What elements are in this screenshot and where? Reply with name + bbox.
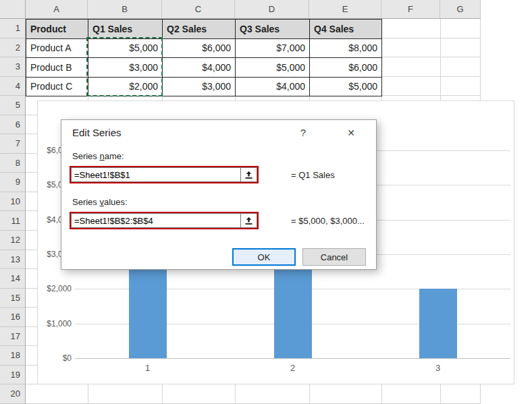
row-headers: 1 2 3 4 5 6 7 8 9 10 11 12 13 14 15 16 1…	[0, 19, 26, 404]
row-header[interactable]: 11	[0, 212, 25, 231]
column-header-g[interactable]: G	[440, 0, 481, 18]
table-cell[interactable]: $4,000	[236, 78, 310, 97]
x-axis-line	[75, 358, 510, 359]
row-header[interactable]: 18	[0, 346, 25, 366]
table-header-cell[interactable]: Q4 Sales	[310, 20, 382, 39]
row-header[interactable]: 7	[0, 134, 25, 154]
chart-x-axis-labels: 1 2 3	[75, 363, 510, 376]
y-axis-tick: $2,000	[39, 284, 72, 293]
series-values-label: Series values:	[72, 197, 128, 207]
row-header[interactable]: 14	[0, 269, 25, 289]
label-text: alues:	[104, 197, 128, 207]
row-header[interactable]: 1	[0, 19, 25, 38]
dialog-title: Edit Series	[72, 127, 122, 138]
select-all-corner[interactable]	[0, 0, 26, 19]
row-header[interactable]: 12	[0, 231, 25, 250]
row-header[interactable]: 5	[0, 96, 25, 115]
column-header-b[interactable]: B	[88, 0, 162, 18]
table-cell[interactable]: $3,000	[88, 58, 163, 78]
table-cell[interactable]: $5,000	[310, 78, 382, 97]
column-header-d[interactable]: D	[235, 0, 309, 18]
row-header[interactable]: 10	[0, 192, 25, 212]
table-cell[interactable]: $7,000	[236, 39, 310, 59]
column-header-c[interactable]: C	[162, 0, 235, 18]
row-header[interactable]: 2	[0, 38, 25, 58]
table-cell[interactable]: $6,000	[163, 39, 236, 59]
column-header-a[interactable]: A	[26, 0, 88, 18]
table-cell[interactable]: $5,000	[236, 58, 310, 78]
row-header[interactable]: 9	[0, 173, 25, 192]
table-header-cell[interactable]: Q2 Sales	[163, 20, 236, 39]
label-accesskey: n	[99, 151, 104, 161]
series-values-input[interactable]	[71, 213, 241, 228]
table-cell[interactable]: $2,000	[88, 78, 163, 97]
annotation-red-box	[70, 166, 259, 183]
data-table: Product Q1 Sales Q2 Sales Q3 Sales Q4 Sa…	[26, 19, 382, 96]
table-cell[interactable]: $6,000	[310, 58, 382, 78]
series-values-preview: = $5,000, $3,000...	[291, 216, 365, 226]
column-header-e[interactable]: E	[309, 0, 381, 18]
close-button[interactable]: ✕	[340, 124, 363, 142]
row-header[interactable]: 17	[0, 327, 25, 347]
chart-bar[interactable]	[274, 254, 312, 358]
row-header[interactable]: 15	[0, 289, 25, 308]
edit-series-dialog: Edit Series ? ✕ Series name: = Q1 Sales …	[61, 119, 377, 270]
table-header-cell[interactable]: Q1 Sales	[88, 20, 163, 39]
label-text: Series	[72, 151, 99, 161]
y-axis-tick: $0	[39, 353, 72, 363]
row-header[interactable]: 6	[0, 115, 25, 135]
x-axis-tick: 2	[290, 363, 295, 373]
collapse-range-icon	[244, 171, 253, 179]
help-button[interactable]: ?	[294, 124, 312, 142]
table-header-cell[interactable]: Q3 Sales	[236, 20, 310, 39]
label-text: Series	[72, 197, 99, 207]
collapse-range-icon	[244, 217, 253, 225]
label-text: ame:	[105, 151, 124, 161]
series-name-preview: = Q1 Sales	[291, 170, 335, 180]
series-name-input[interactable]	[71, 167, 241, 182]
collapse-dialog-button[interactable]	[241, 167, 257, 182]
series-name-label: Series name:	[72, 151, 124, 161]
table-cell[interactable]: $8,000	[310, 39, 382, 59]
row-header[interactable]: 13	[0, 250, 25, 270]
x-axis-tick: 3	[435, 363, 440, 373]
row-header[interactable]: 19	[0, 366, 25, 385]
column-header-f[interactable]: F	[381, 0, 440, 18]
row-header[interactable]: 3	[0, 57, 25, 77]
table-cell[interactable]: $3,000	[163, 78, 236, 97]
table-cell[interactable]: Product A	[26, 39, 88, 59]
annotation-red-box	[70, 212, 259, 229]
row-header[interactable]: 4	[0, 77, 25, 96]
table-cell[interactable]: $4,000	[163, 58, 236, 78]
excel-window: A B C D E F G 1 2 3 4 5 6 7 8 9 10 11 12…	[0, 0, 532, 404]
ok-button[interactable]: OK	[232, 248, 296, 266]
table-header-cell[interactable]: Product	[26, 20, 88, 39]
table-cell[interactable]: Product B	[26, 58, 88, 78]
cancel-button[interactable]: Cancel	[302, 248, 366, 266]
table-cell[interactable]: Product C	[26, 78, 88, 97]
row-header[interactable]: 20	[0, 384, 25, 404]
row-header[interactable]: 16	[0, 308, 25, 327]
chart-bar[interactable]	[419, 289, 457, 358]
collapse-dialog-button[interactable]	[241, 213, 257, 228]
row-header[interactable]: 8	[0, 154, 25, 173]
column-headers: A B C D E F G	[26, 0, 481, 19]
x-axis-tick: 1	[145, 363, 150, 373]
table-cell[interactable]: $5,000	[88, 39, 163, 59]
y-axis-tick: $1,000	[39, 319, 72, 328]
